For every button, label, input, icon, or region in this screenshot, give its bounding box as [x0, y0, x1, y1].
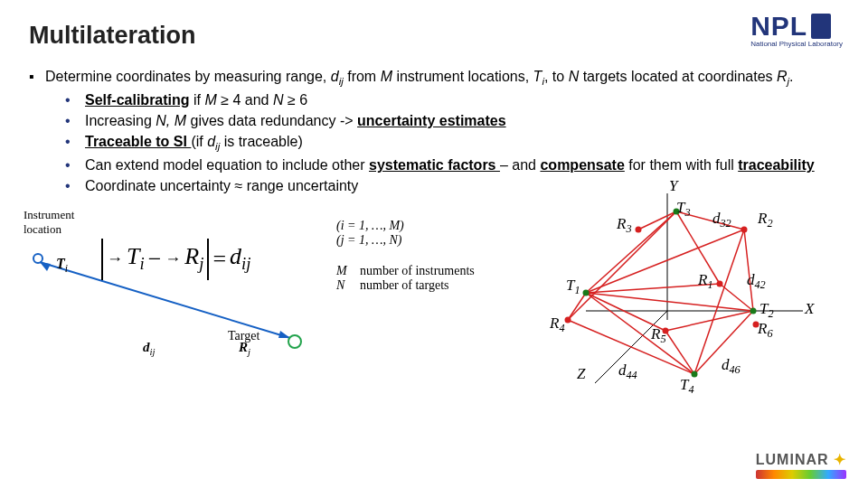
spark-icon: ✦	[829, 452, 846, 467]
bullet-dot-icon: •	[65, 89, 85, 110]
bullet-dot-icon: •	[65, 175, 85, 196]
svg-point-32	[750, 307, 757, 314]
svg-point-4	[288, 335, 301, 348]
sub-bullet-text: Traceable to SI (if dij is traceable)	[85, 131, 839, 155]
spectrum-icon	[756, 470, 846, 479]
svg-line-11	[586, 293, 694, 374]
equation-figure: Instrument location Ti → Ti − → Rj = dij	[24, 208, 313, 358]
svg-marker-3	[40, 262, 51, 271]
slide-title: Multilateration	[29, 22, 839, 50]
axis-x: X	[805, 300, 814, 318]
logo-text: NPL	[750, 11, 807, 42]
luminar-logo: LUMINAR ✦	[756, 451, 846, 479]
multilateration-diagram: Y X Z T3 R3 R2 d32 R1 d42 T1 R4 R5 T2 R6…	[532, 175, 821, 401]
Ti-label: Ti	[56, 256, 68, 274]
bullet-dot-icon: •	[65, 110, 85, 131]
sub-bullet-text: Self-calibrating if M ≥ 4 and N ≥ 6	[85, 89, 839, 110]
svg-point-28	[636, 226, 642, 232]
svg-point-30	[741, 226, 748, 232]
svg-point-27	[565, 316, 571, 323]
svg-line-17	[694, 230, 744, 374]
npl-logo: NPL National Physical Laboratory	[750, 11, 843, 48]
Rj-label: Rj	[239, 340, 250, 357]
sub-bullet-text: Increasing N, M gives data redundancy ->…	[85, 110, 839, 131]
svg-point-31	[717, 280, 723, 286]
axis-y: Y	[669, 177, 677, 195]
svg-line-16	[744, 230, 753, 311]
svg-line-10	[586, 293, 753, 311]
symbol-definitions: Mnumber of instruments Nnumber of target…	[336, 264, 475, 293]
index-ranges: (i = 1, …, M) (j = 1, …, N)	[336, 219, 404, 248]
svg-marker-2	[278, 331, 290, 338]
bullet-dot-icon: •	[65, 155, 85, 175]
equation-text: → Ti − → Rj = dij	[101, 239, 251, 280]
logo-subtitle: National Physical Laboratory	[750, 40, 843, 48]
svg-line-24	[665, 311, 753, 331]
crest-icon	[811, 14, 831, 39]
bullet-square-icon: ▪	[29, 66, 45, 197]
instrument-label: Instrument location	[24, 208, 313, 237]
sub-bullet-text: Can extend model equation to include oth…	[85, 155, 839, 175]
bullet-dot-icon: •	[65, 131, 85, 155]
dij-label: dij	[143, 340, 156, 357]
lower-region: Instrument location Ti → Ti − → Rj = dij	[29, 202, 839, 401]
svg-line-14	[638, 211, 676, 230]
svg-point-26	[583, 289, 590, 296]
axis-z: Z	[577, 365, 585, 383]
